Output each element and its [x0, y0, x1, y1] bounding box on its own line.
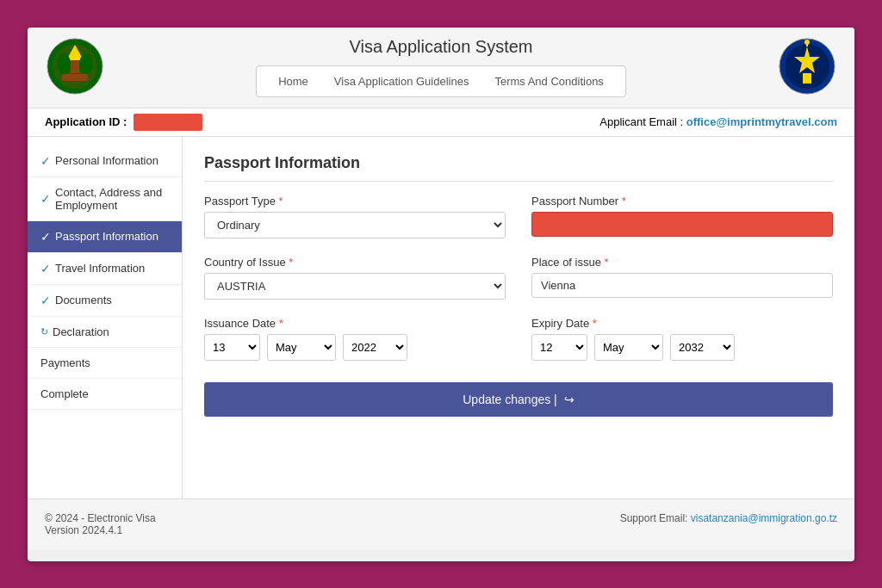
- sidebar-item-personal[interactable]: ✓ Personal Information: [28, 145, 182, 177]
- update-btn-label: Update changes |: [463, 393, 557, 406]
- app-email-value: office@imprintmytravel.com: [686, 115, 837, 128]
- svg-rect-10: [803, 73, 811, 84]
- app-id-left: Application ID :: [45, 114, 202, 131]
- footer-support-label: Support Email:: [620, 512, 688, 524]
- sidebar-label-travel: Travel Information: [55, 262, 145, 275]
- logo-right: [777, 36, 837, 99]
- sidebar-label-payments: Payments: [40, 356, 90, 369]
- header-title: Visa Application System: [105, 37, 777, 57]
- footer-copyright: © 2024 - Electronic Visa: [45, 512, 156, 524]
- place-issue-label: Place of issue *: [531, 256, 833, 269]
- header: Visa Application System Home Visa Applic…: [28, 28, 854, 108]
- main-layout: ✓ Personal Information ✓ Contact, Addres…: [28, 137, 854, 498]
- footer: © 2024 - Electronic Visa Version 2024.4.…: [28, 498, 854, 549]
- sidebar-item-passport[interactable]: ✓ Passport Information: [28, 221, 182, 253]
- check-icon-contact: ✓: [40, 192, 51, 206]
- expiry-date-label: Expiry Date *: [531, 317, 833, 330]
- footer-right: Support Email: visatanzania@immigration.…: [620, 512, 837, 524]
- nav-bar: Home Visa Application Guidelines Terms A…: [256, 65, 626, 97]
- footer-left: © 2024 - Electronic Visa Version 2024.4.…: [45, 512, 156, 536]
- nav-terms[interactable]: Terms And Conditions: [481, 71, 616, 92]
- issuance-date-group: Issuance Date * 12345 678910 1112131415 …: [204, 317, 506, 361]
- country-issue-label: Country of Issue *: [204, 256, 506, 269]
- expiry-date-group: Expiry Date * 12345 678910 1112131415 16…: [531, 317, 833, 361]
- check-icon-passport: ✓: [40, 230, 51, 244]
- issuance-month-select[interactable]: JanuaryFebruaryMarchApril MayJuneJulyAug…: [267, 334, 336, 361]
- app-id-value: [134, 114, 202, 131]
- svg-rect-3: [71, 60, 79, 73]
- svg-rect-6: [62, 74, 88, 81]
- svg-point-4: [57, 53, 71, 74]
- passport-number-group: Passport Number *: [531, 195, 833, 238]
- passport-type-group: Passport Type * Ordinary Official Diplom…: [204, 195, 506, 238]
- issuance-year-select[interactable]: 2018201920202021 202220232024: [343, 334, 407, 361]
- place-issue-group: Place of issue *: [531, 256, 833, 300]
- svg-point-12: [804, 40, 810, 45]
- update-changes-button[interactable]: Update changes | ↪: [204, 382, 833, 417]
- expiry-month-select[interactable]: JanuaryFebruaryMarchApril MayJuneJulyAug…: [594, 334, 663, 361]
- svg-point-5: [79, 53, 93, 74]
- country-issue-select[interactable]: AUSTRIA GERMANY FRANCE UNITED KINGDOM US…: [204, 273, 506, 300]
- passport-number-label: Passport Number *: [531, 195, 833, 207]
- place-issue-input[interactable]: [531, 273, 833, 298]
- sidebar-item-contact[interactable]: ✓ Contact, Address and Employment: [28, 177, 182, 221]
- sidebar-label-passport: Passport Information: [55, 230, 158, 243]
- nav-guidelines[interactable]: Visa Application Guidelines: [321, 71, 482, 92]
- expiry-date-row: 12345 678910 1112131415 1617181920 21222…: [531, 334, 833, 361]
- check-icon-travel: ✓: [40, 262, 51, 275]
- logo-left: [45, 36, 105, 99]
- issuance-day-select[interactable]: 12345 678910 1112131415 1617181920 21222…: [204, 334, 260, 361]
- passport-number-input[interactable]: [531, 212, 833, 237]
- expiry-year-select[interactable]: 2025202620272028 2029203020312032 203320…: [670, 334, 735, 361]
- footer-support-email: visatanzania@immigration.go.tz: [691, 512, 837, 524]
- check-icon-personal: ✓: [40, 154, 51, 168]
- sidebar-label-contact: Contact, Address and Employment: [55, 186, 169, 212]
- app-email: Applicant Email : office@imprintmytravel…: [599, 115, 837, 128]
- sidebar-item-complete[interactable]: Complete: [28, 379, 182, 410]
- app-id-bar: Application ID : Applicant Email : offic…: [28, 108, 854, 137]
- update-btn-row: Update changes | ↪: [204, 382, 833, 417]
- issuance-date-row: 12345 678910 1112131415 1617181920 21222…: [204, 334, 506, 361]
- footer-version: Version 2024.4.1: [45, 524, 156, 536]
- passport-type-label: Passport Type *: [204, 195, 506, 207]
- check-icon-declaration: ↻: [40, 326, 48, 337]
- country-issue-group: Country of Issue * AUSTRIA GERMANY FRANC…: [204, 256, 506, 300]
- app-id-label: Application ID :: [45, 115, 127, 128]
- passport-type-select[interactable]: Ordinary Official Diplomatic Emergency: [204, 212, 506, 238]
- sidebar-item-declaration[interactable]: ↻ Declaration: [28, 317, 182, 348]
- sidebar-label-declaration: Declaration: [53, 325, 109, 338]
- issuance-date-label: Issuance Date *: [204, 317, 506, 330]
- content-area: Passport Information Passport Type * Ord…: [183, 137, 854, 498]
- sidebar-item-payments[interactable]: Payments: [28, 348, 182, 379]
- check-icon-documents: ✓: [40, 294, 51, 307]
- sidebar-item-documents[interactable]: ✓ Documents: [28, 285, 182, 317]
- sidebar-label-complete: Complete: [40, 387, 89, 400]
- sidebar-label-personal: Personal Information: [55, 154, 158, 167]
- sidebar-label-documents: Documents: [55, 294, 112, 306]
- expiry-day-select[interactable]: 12345 678910 1112131415 1617181920 21222…: [531, 334, 587, 361]
- sidebar: ✓ Personal Information ✓ Contact, Addres…: [28, 137, 183, 498]
- form-grid: Passport Type * Ordinary Official Diplom…: [204, 195, 833, 361]
- app-email-label: Applicant Email :: [599, 115, 683, 128]
- header-center: Visa Application System Home Visa Applic…: [105, 37, 777, 97]
- sidebar-item-travel[interactable]: ✓ Travel Information: [28, 253, 182, 285]
- nav-home[interactable]: Home: [265, 71, 321, 92]
- update-btn-icon: ↪: [564, 393, 575, 406]
- section-title: Passport Information: [204, 154, 833, 182]
